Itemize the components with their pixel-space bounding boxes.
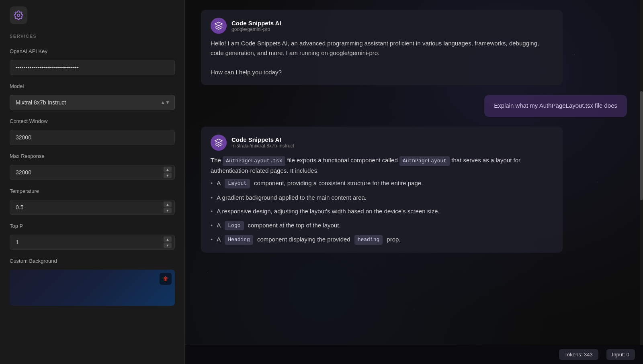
code-tag-layout: Layout (225, 179, 250, 188)
avatar-2 (211, 135, 227, 151)
list-item-4: • A Logo component at the top of the lay… (211, 221, 553, 231)
api-key-input[interactable] (10, 60, 175, 75)
max-response-group: Max Response ▲ ▼ (10, 153, 175, 180)
settings-icon-button[interactable] (10, 6, 27, 24)
input-count: Input: 0 (606, 349, 635, 360)
top-p-spin-up[interactable]: ▲ (164, 237, 172, 242)
context-window-input[interactable] (10, 130, 175, 145)
code-tag-heading-prop: heading (354, 235, 383, 245)
temperature-input[interactable] (10, 200, 175, 215)
model-select[interactable]: Mixtral 8x7b Instruct GPT-4 GPT-3.5 Turb… (10, 95, 175, 110)
temperature-spin-up[interactable]: ▲ (164, 202, 172, 207)
message-meta-1: Code Snippets AI google/gemini-pro (231, 20, 281, 32)
temperature-spin[interactable]: ▲ ▼ (164, 202, 172, 213)
message-text-1: Hello! I am Code Snippets AI, an advance… (211, 39, 553, 77)
custom-background-label: Custom Background (10, 258, 175, 264)
code-tag-authpagelayout-tsx: AuthPageLayout.tsx (223, 156, 285, 166)
max-response-wrapper: ▲ ▼ (10, 165, 175, 180)
message-header-1: Code Snippets AI google/gemini-pro (211, 18, 553, 34)
api-key-group: OpenAI API Key (10, 48, 175, 75)
sidebar: SERVICES OpenAI API Key Model Mixtral 8x… (0, 0, 185, 364)
temperature-label: Temperature (10, 188, 175, 194)
top-p-spin[interactable]: ▲ ▼ (164, 237, 172, 248)
code-tag-logo: Logo (225, 221, 244, 231)
list-item-3: • A responsive design, adjusting the lay… (211, 207, 553, 216)
bot-model-2: mistralai/mixtral-8x7b-instruct (231, 143, 294, 149)
temperature-group: Temperature ▲ ▼ (10, 188, 175, 215)
temperature-wrapper: ▲ ▼ (10, 200, 175, 215)
bot-name-1: Code Snippets AI (231, 20, 281, 27)
user-message-1: Explain what my AuthPageLayout.tsx file … (484, 95, 627, 117)
code-tag-authpagelayout: AuthPageLayout (399, 156, 450, 166)
top-p-group: Top P ▲ ▼ (10, 223, 175, 250)
services-label: SERVICES (10, 34, 175, 39)
max-response-label: Max Response (10, 153, 175, 159)
delete-background-button[interactable]: 🗑 (160, 273, 172, 285)
model-label: Model (10, 83, 175, 89)
feature-list: • A Layout component, providing a consis… (211, 179, 553, 245)
model-select-wrapper: Mixtral 8x7b Instruct GPT-4 GPT-3.5 Turb… (10, 95, 175, 110)
model-group: Model Mixtral 8x7b Instruct GPT-4 GPT-3.… (10, 83, 175, 110)
bot-model-1: google/gemini-pro (231, 27, 281, 32)
message-text-2: The AuthPageLayout.tsx file exports a fu… (211, 155, 553, 245)
context-window-label: Context Window (10, 118, 175, 124)
max-response-spin-down[interactable]: ▼ (164, 173, 172, 178)
context-window-group: Context Window (10, 118, 175, 145)
svg-point-0 (17, 14, 20, 16)
code-tag-heading: Heading (225, 235, 253, 245)
top-p-input[interactable] (10, 235, 175, 250)
list-item-2: • A gradient background applied to the m… (211, 193, 553, 202)
avatar-1 (211, 18, 227, 34)
top-p-spin-down[interactable]: ▼ (164, 243, 172, 248)
custom-background-group: Custom Background 🗑 (10, 258, 175, 306)
max-response-input[interactable] (10, 165, 175, 180)
max-response-spin[interactable]: ▲ ▼ (164, 167, 172, 178)
main-chat-area: Code Snippets AI google/gemini-pro Hello… (185, 0, 643, 364)
message-meta-2: Code Snippets AI mistralai/mixtral-8x7b-… (231, 136, 294, 149)
top-p-label: Top P (10, 223, 175, 229)
list-item-1: • A Layout component, providing a consis… (211, 179, 553, 188)
tokens-bar: Tokens: 343 Input: 0 (185, 345, 643, 364)
bot-name-2: Code Snippets AI (231, 136, 294, 143)
list-item-5: • A Heading component displaying the pro… (211, 235, 553, 245)
message-header-2: Code Snippets AI mistralai/mixtral-8x7b-… (211, 135, 553, 151)
custom-background-preview[interactable]: 🗑 (10, 270, 175, 306)
api-key-label: OpenAI API Key (10, 48, 175, 54)
chat-content: Code Snippets AI google/gemini-pro Hello… (185, 0, 643, 364)
tokens-count: Tokens: 343 (559, 349, 598, 360)
temperature-spin-down[interactable]: ▼ (164, 208, 172, 213)
max-response-spin-up[interactable]: ▲ (164, 167, 172, 172)
assistant-message-2: Code Snippets AI mistralai/mixtral-8x7b-… (201, 127, 563, 253)
top-p-wrapper: ▲ ▼ (10, 235, 175, 250)
assistant-message-1: Code Snippets AI google/gemini-pro Hello… (201, 10, 563, 85)
